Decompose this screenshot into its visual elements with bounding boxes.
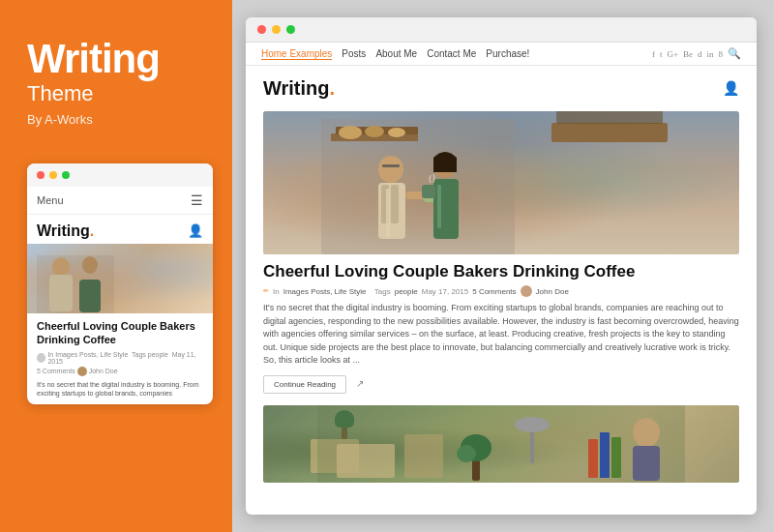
browser-dot-green[interactable] (286, 25, 295, 34)
browser-window: Home Examples Posts About Me Contact Me … (246, 17, 757, 515)
social-t[interactable]: t (660, 49, 663, 59)
theme-subtitle: Theme (27, 81, 93, 106)
site-header-row: Writing. 👤 (263, 77, 739, 100)
site-user-icon[interactable]: 👤 (723, 80, 739, 97)
post-meta-tags-label: Tags (371, 287, 391, 296)
post-meta-row: ✏ In Images Posts, Life Style Tags peopl… (263, 285, 739, 297)
social-8[interactable]: 8 (719, 49, 724, 59)
theme-title: Writing (27, 39, 160, 79)
second-post-preview (263, 405, 739, 483)
svg-rect-4 (37, 255, 114, 313)
main-post-card: Cheerful Loving Couple Bakers Drinking C… (263, 111, 739, 394)
svg-point-9 (365, 126, 384, 137)
nav-contact[interactable]: Contact Me (427, 48, 476, 60)
mobile-excerpt: It's no secret that the digital industry… (27, 378, 213, 405)
svg-rect-16 (386, 189, 390, 237)
svg-rect-33 (611, 437, 621, 478)
site-logo-dot: . (330, 77, 336, 99)
browser-content: Writing. 👤 (246, 66, 757, 515)
dot-yellow (49, 171, 57, 179)
post-meta-comments[interactable]: 5 Comments (472, 287, 516, 296)
svg-rect-20 (433, 179, 459, 239)
social-d[interactable]: d (698, 49, 702, 59)
svg-rect-35 (633, 446, 660, 481)
mobile-topbar (27, 163, 213, 187)
share-icon[interactable]: ↗ (356, 378, 364, 389)
mobile-hero-image (27, 244, 213, 313)
social-f[interactable]: f (652, 49, 655, 59)
left-panel: Writing Theme By A-Works Menu ☰ Writing.… (0, 0, 232, 532)
browser-dot-yellow[interactable] (272, 25, 281, 34)
mobile-nav: Menu ☰ (27, 187, 213, 215)
svg-point-30 (515, 417, 550, 432)
browser-dot-red[interactable] (257, 25, 266, 34)
right-panel: Home Examples Posts About Me Contact Me … (232, 0, 774, 532)
mobile-author-name: John Doe (89, 368, 118, 374)
svg-point-34 (633, 418, 660, 447)
post-actions: Continue Reading ↗ (263, 373, 739, 394)
mobile-preview: Menu ☰ Writing. 👤 Cheerful Loving Couple… (27, 163, 213, 404)
continue-reading-button[interactable]: Continue Reading (263, 375, 346, 394)
post-hero-image (263, 111, 739, 254)
mobile-avatar (37, 353, 45, 363)
svg-rect-21 (437, 185, 441, 228)
svg-rect-12 (382, 164, 400, 167)
browser-nav-right: f t G+ Be d in 8 🔍 (652, 47, 741, 60)
couple-silhouette-svg (37, 255, 114, 313)
mobile-post-comments: 5 Comments John Doe (27, 367, 213, 378)
site-logo-text: Writing (263, 77, 330, 99)
post-meta-tags[interactable]: people (395, 287, 418, 296)
browser-nav-links: Home Examples Posts About Me Contact Me … (261, 48, 529, 60)
svg-rect-25 (404, 434, 443, 478)
post-meta-date: May 17, 2015 (422, 287, 468, 296)
social-in[interactable]: in (706, 49, 713, 59)
svg-point-11 (378, 156, 403, 183)
post-meta-pencil-icon: ✏ (263, 287, 269, 295)
svg-point-10 (388, 128, 405, 137)
dot-green (62, 171, 70, 179)
site-logo: Writing. (263, 77, 335, 100)
second-post-svg (263, 405, 739, 483)
browser-nav-bar: Home Examples Posts About Me Contact Me … (246, 43, 757, 66)
mobile-logo: Writing. (37, 222, 94, 240)
search-icon[interactable]: 🔍 (728, 47, 741, 60)
svg-rect-22 (422, 185, 435, 198)
social-be[interactable]: Be (683, 49, 693, 59)
post-meta-in: In (273, 287, 280, 296)
svg-point-8 (339, 126, 362, 139)
nav-home-examples[interactable]: Home Examples (261, 48, 332, 60)
mobile-comments-count: 5 Comments (37, 368, 75, 374)
nav-posts[interactable]: Posts (342, 48, 366, 60)
svg-rect-32 (600, 432, 610, 478)
mobile-meta-text: In Images Posts, Life Style Tags people … (47, 351, 203, 365)
svg-rect-31 (588, 439, 598, 478)
svg-point-28 (457, 445, 476, 462)
mobile-logo-dot: . (90, 222, 94, 239)
mobile-post-meta: In Images Posts, Life Style Tags people … (27, 349, 213, 367)
theme-author: By A-Works (27, 112, 93, 127)
social-g[interactable]: G+ (667, 49, 678, 59)
nav-purchase[interactable]: Purchase! (486, 48, 529, 60)
browser-topbar (246, 17, 757, 43)
post-author-name[interactable]: John Doe (536, 287, 569, 296)
svg-rect-24 (337, 444, 395, 478)
mobile-user-icon: 👤 (188, 223, 203, 239)
mobile-author-avatar (77, 367, 87, 376)
post-title: Cheerful Loving Couple Bakers Drinking C… (263, 262, 739, 281)
hamburger-icon[interactable]: ☰ (191, 192, 203, 208)
couple-scene-svg (321, 119, 515, 254)
post-meta-categories[interactable]: Images Posts, Life Style (283, 287, 367, 296)
mobile-menu-label[interactable]: Menu (37, 194, 64, 206)
mobile-post-title: Cheerful Loving Couple Bakers Drinking C… (27, 313, 213, 349)
post-excerpt: It's no secret that the digital industry… (263, 302, 739, 368)
nav-about[interactable]: About Me (375, 48, 417, 60)
dot-red (37, 171, 45, 179)
mobile-logo-text: Writing (37, 222, 90, 239)
shelf-element (551, 123, 668, 142)
svg-rect-15 (391, 185, 399, 223)
mobile-logo-row: Writing. 👤 (27, 215, 213, 244)
post-author-avatar (521, 285, 532, 297)
